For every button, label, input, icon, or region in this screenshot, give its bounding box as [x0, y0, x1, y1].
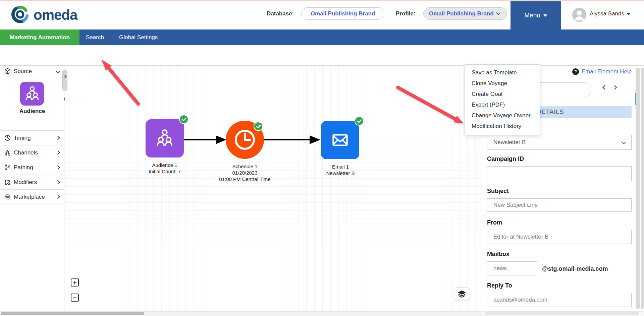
window-vscrollbar-thumb[interactable]	[641, 68, 644, 309]
canvas-hscrollbar-thumb[interactable]	[1, 312, 144, 315]
chevron-right-icon	[56, 150, 60, 155]
zoom-in-button[interactable]: +	[71, 278, 79, 287]
node-name: Schedule 1	[210, 163, 279, 170]
from-input[interactable]	[487, 230, 632, 244]
email-node[interactable]	[321, 121, 359, 159]
connector-lines	[65, 66, 482, 311]
user-menu[interactable]: Alyssa Sands	[590, 10, 631, 17]
chevron-down-icon	[56, 69, 60, 73]
people-icon	[154, 128, 175, 149]
user-name: Alyssa Sands	[590, 10, 624, 17]
reply-to-input[interactable]	[487, 293, 632, 307]
store-icon	[4, 194, 13, 200]
branch-icon	[4, 164, 13, 171]
database-label: Database:	[267, 10, 294, 17]
audience-node-label: Audience 1 Initial Count: 7	[138, 162, 192, 175]
chevron-right-icon	[56, 136, 60, 140]
clock-icon	[233, 128, 257, 151]
mailbox-input[interactable]	[487, 261, 537, 275]
tab-global-settings[interactable]: Global Settings	[119, 29, 158, 45]
sidebar-item-label: Modifiers	[14, 179, 37, 186]
chevron-right-icon	[56, 165, 60, 170]
cube-icon	[4, 68, 13, 74]
help-link-label: Email Element Help	[582, 68, 632, 75]
layers-button[interactable]	[454, 288, 470, 300]
sidebar-item-timing[interactable]: Timing	[0, 131, 64, 145]
node-meta: Newsletter B	[314, 170, 367, 176]
profile-dropdown[interactable]: Omail Publishing Brand	[423, 7, 507, 20]
chevron-right-icon	[56, 180, 60, 184]
chevron-right-icon	[56, 195, 60, 199]
tab-search[interactable]: Search	[86, 29, 104, 45]
node-meta: Initial Count: 7	[138, 168, 192, 175]
omeda-logo-icon	[10, 4, 30, 26]
email-node-label: Email 1 Newsletter B	[314, 164, 367, 176]
caret-down-icon	[627, 13, 631, 15]
panel-hscrollbar-thumb[interactable]	[485, 312, 639, 315]
sidebar-item-modifiers[interactable]: Modifiers	[0, 175, 64, 190]
sidebar-item-label: Channels	[14, 149, 38, 156]
source-elements: Audience	[0, 77, 64, 131]
nodes-icon	[4, 149, 13, 156]
audience-node[interactable]	[146, 119, 184, 157]
caret-down-icon	[543, 14, 547, 17]
campaign-id-input[interactable]	[487, 166, 632, 181]
avatar[interactable]	[572, 8, 586, 22]
sidebar-collapse-handle[interactable]	[62, 70, 67, 91]
check-badge	[179, 115, 189, 124]
menu-label: Menu	[524, 12, 540, 19]
zoom-out-button[interactable]: −	[71, 294, 79, 302]
element-pager	[603, 86, 616, 89]
layers-icon	[458, 290, 466, 298]
from-label: From	[487, 219, 502, 226]
menu-item-clone-voyage[interactable]: Clone Voyage	[465, 78, 540, 89]
brand-wordmark: omeda	[34, 7, 77, 23]
menu-item-change-voyage-owner[interactable]: Change Voyage Owner	[465, 110, 540, 121]
sidebar-item-pathing[interactable]: Pathing	[0, 160, 64, 175]
database-pill[interactable]: Omail Publishing Brand	[301, 7, 384, 20]
menu-item-create-goal[interactable]: Create Goal	[465, 89, 540, 100]
mailbox-label: Mailbox	[487, 251, 509, 258]
email-element-help-link[interactable]: ? Email Element Help	[572, 68, 632, 75]
check-badge	[355, 116, 364, 126]
voyage-options-menu: Save as Template Clone Voyage Create Goa…	[465, 64, 540, 135]
voyage-toolbar: Autosave Autosave Demo Last Saved:01/20/…	[0, 45, 644, 66]
menu-item-modification-history[interactable]: Modification History	[465, 121, 540, 132]
menu-item-save-as-template[interactable]: Save as Template	[465, 67, 540, 78]
mailbox-domain-text: @stg.omail-media.com	[542, 265, 608, 272]
audience-tile-label: Audience	[0, 108, 64, 115]
subject-input[interactable]	[487, 198, 632, 212]
newsletter-select[interactable]: Newsletter B	[487, 135, 632, 150]
check-badge	[254, 122, 263, 131]
node-time: 01:00 PM Central Time	[210, 176, 279, 182]
menu-item-export-pdf[interactable]: Export (PDF)	[465, 100, 540, 110]
voyage-canvas[interactable]: Audience 1 Initial Count: 7 Schedule 1 0…	[65, 66, 482, 311]
element-sidebar: Source Audience Timing Ch	[0, 66, 64, 316]
menu-button[interactable]: Menu	[511, 1, 561, 29]
sidebar-item-channels[interactable]: Channels	[0, 145, 64, 160]
clock-icon	[4, 135, 13, 141]
omeda-logo[interactable]: omeda	[10, 4, 77, 26]
sidebar-item-source[interactable]: Source	[0, 66, 64, 77]
profile-label: Profile:	[396, 10, 416, 17]
tab-marketing-automation[interactable]: Marketing Automation	[0, 29, 79, 45]
panel-vscrollbar-thumb[interactable]	[636, 68, 640, 309]
envelope-icon	[329, 129, 351, 151]
reply-to-label: Reply To	[487, 282, 512, 289]
window-top-border	[0, 0, 644, 1]
sidebar-item-label: Marketplace	[14, 194, 45, 200]
subject-label: Subject	[487, 188, 509, 195]
chevron-right-icon[interactable]	[612, 85, 617, 90]
chevron-left-icon[interactable]	[602, 85, 607, 90]
chevron-down-icon	[496, 11, 500, 15]
header: omeda Database: Omail Publishing Brand P…	[0, 0, 644, 29]
audience-element-tile[interactable]	[20, 82, 44, 106]
sidebar-item-marketplace[interactable]: Marketplace	[0, 190, 64, 204]
sidebar-item-label: Source	[14, 68, 32, 75]
node-name: Email 1	[314, 164, 367, 170]
primary-nav: Marketing Automation Search Global Setti…	[0, 29, 644, 45]
question-icon: ?	[572, 68, 579, 75]
chevron-right-icon	[63, 75, 67, 78]
node-date: 01/20/2023	[210, 170, 279, 176]
app-window: omeda Database: Omail Publishing Brand P…	[0, 0, 644, 316]
